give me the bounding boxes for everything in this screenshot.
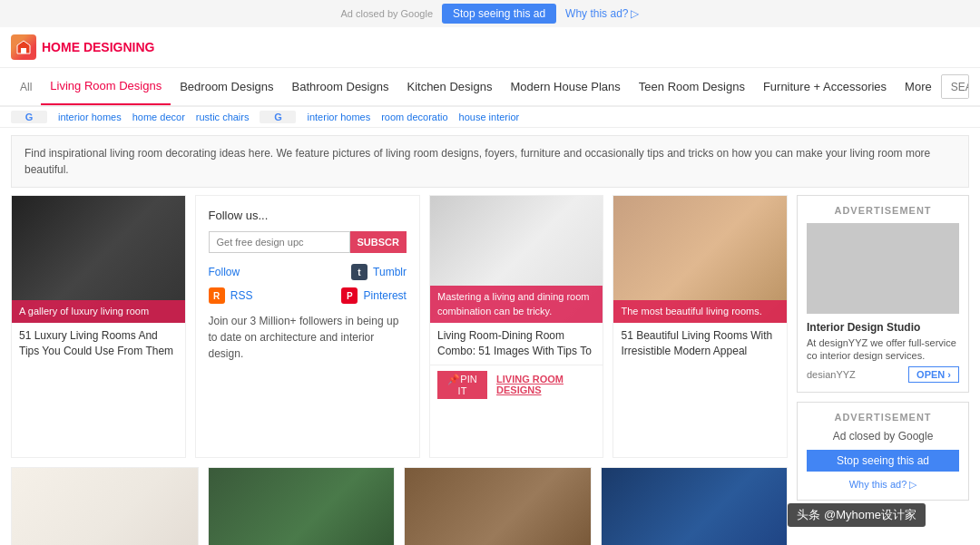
- ad-closed-bar: Ad closed by Google Stop seeing this ad …: [0, 0, 980, 27]
- sub-nav-interior-2[interactable]: interior homes: [307, 112, 370, 122]
- card-green-image: Green living rooms are modern,: [209, 468, 395, 545]
- card-wall-tv-image: The wall mounted flat screen TV: [405, 468, 591, 545]
- subscribe-input[interactable]: [209, 231, 350, 253]
- nav-living-room[interactable]: Living Room Designs: [41, 68, 171, 105]
- nav-modern-house[interactable]: Modern House Plans: [501, 69, 629, 104]
- follow-label: Follow: [209, 266, 240, 278]
- ad-label-1: ADVERTISEMENT: [807, 205, 959, 216]
- follow-title: Follow us...: [209, 209, 407, 222]
- card-luxury-overlay: A gallery of luxury living room: [12, 300, 185, 323]
- header: HOME DESIGNING: [0, 27, 980, 68]
- nav-furniture[interactable]: Furniture + Accessories: [754, 69, 896, 104]
- nav-teen-room[interactable]: Teen Room Designs: [630, 69, 754, 104]
- follow-card: Follow us... SUBSCR Follow t Tumblr R RS…: [195, 195, 420, 458]
- sub-nav-rustic[interactable]: rustic chairs: [196, 112, 250, 122]
- ad-card-1: ADVERTISEMENT Interior Design Studio At …: [797, 195, 969, 393]
- social-follow: Follow t Tumblr: [209, 264, 407, 280]
- ad-content-1: Interior Design Studio At designYYZ we o…: [807, 321, 959, 383]
- main-content: A gallery of luxury living room 51 Luxur…: [0, 195, 980, 545]
- card-green[interactable]: Green living rooms are modern, Green Liv…: [208, 467, 396, 545]
- card-beautiful-overlay: The most beautiful living rooms.: [613, 300, 787, 323]
- page-description: Find inspirational living room decoratin…: [11, 135, 969, 188]
- tumblr-icon: t: [351, 264, 368, 280]
- google-badge-2: G: [260, 111, 296, 123]
- ad-label-2: ADVERTISEMENT: [807, 412, 959, 423]
- ad-info-1: Interior Design Studio At designYYZ we o…: [807, 321, 959, 383]
- card-curated[interactable]: A curated collection of the best A Curat…: [11, 467, 199, 545]
- card-curated-image: A curated collection of the best: [12, 468, 198, 545]
- nav-bedroom[interactable]: Bedroom Designs: [171, 69, 282, 104]
- sub-nav-room-deco[interactable]: room decoratio: [381, 112, 447, 122]
- card-wall-tv[interactable]: The wall mounted flat screen TV 50 Ideas…: [404, 467, 592, 545]
- subscribe-row: SUBSCR: [209, 231, 407, 253]
- sub-nav-homedecor[interactable]: home decor: [132, 112, 185, 122]
- ad-domain-1: desianYYZ: [807, 369, 856, 380]
- tumblr-link[interactable]: t Tumblr: [351, 264, 407, 280]
- card-luxury[interactable]: A gallery of luxury living room 51 Luxur…: [11, 195, 186, 458]
- sub-nav: G interior homes home decor rustic chair…: [0, 107, 980, 128]
- card-dining[interactable]: Mastering a living and dining room combi…: [429, 195, 604, 458]
- card-beautiful-image: The most beautiful living rooms.: [613, 196, 787, 323]
- pin-bar: 📌PIN IT LIVING ROOM DESIGNS: [430, 365, 603, 404]
- search-input[interactable]: [942, 76, 969, 98]
- search-bar: 🔍: [941, 74, 969, 99]
- nav-bathroom[interactable]: Bathroom Designs: [283, 69, 398, 104]
- rss-icon: R: [209, 287, 225, 304]
- follow-description: Join our 3 Million+ followers in being u…: [209, 313, 407, 362]
- sidebar: ADVERTISEMENT Interior Design Studio At …: [797, 195, 969, 545]
- card-blue[interactable]: Jump into our world 30 Blue Living Rooms…: [601, 467, 789, 545]
- ad-closed-text: Ad closed by Google: [341, 8, 434, 19]
- svg-rect-1: [21, 48, 26, 54]
- logo-icon: [11, 34, 36, 60]
- pinterest-link[interactable]: P Pinterest: [341, 287, 407, 304]
- card-luxury-title: 51 Luxury Living Rooms And Tips You Coul…: [12, 323, 185, 365]
- card-blue-image: Jump into our world: [602, 468, 788, 545]
- google-badge-1: G: [11, 111, 47, 123]
- ad-desc-1: At designYYZ we offer full-service co in…: [807, 336, 959, 363]
- main-nav: All Living Room Designs Bedroom Designs …: [0, 68, 980, 107]
- card-beautiful[interactable]: The most beautiful living rooms. 51 Beau…: [612, 195, 788, 458]
- rss-link[interactable]: R RSS: [209, 287, 253, 304]
- stop-ad-button[interactable]: Stop seeing this ad: [442, 4, 556, 24]
- sub-nav-house-interior[interactable]: house interior: [459, 112, 520, 122]
- ad-closed-text-2: Ad closed by Google: [807, 430, 959, 443]
- ad-open-button[interactable]: OPEN ›: [908, 366, 959, 383]
- living-room-link[interactable]: LIVING ROOM DESIGNS: [496, 374, 595, 395]
- card-beautiful-title: 51 Beautiful Living Rooms With Irresisti…: [613, 323, 787, 365]
- social-rss: R RSS P Pinterest: [209, 287, 407, 304]
- logo-text: HOME DESIGNING: [42, 40, 154, 54]
- subscribe-button[interactable]: SUBSCR: [350, 231, 407, 253]
- nav-all[interactable]: All: [11, 70, 41, 104]
- nav-more[interactable]: More: [896, 69, 941, 104]
- stop-seeing-button[interactable]: Stop seeing this ad: [807, 450, 959, 472]
- card-luxury-image: A gallery of luxury living room: [12, 196, 185, 323]
- card-dining-overlay: Mastering a living and dining room combi…: [430, 286, 603, 323]
- pin-button[interactable]: 📌PIN IT: [437, 371, 487, 399]
- card-dining-title: Living Room-Dining Room Combo: 51 Images…: [430, 323, 603, 365]
- ad-card-2: ADVERTISEMENT Ad closed by Google Stop s…: [797, 402, 969, 501]
- why-this-ad-link[interactable]: Why this ad? ▷: [849, 479, 917, 490]
- card-dining-image: Mastering a living and dining room combi…: [430, 196, 603, 323]
- ad-title-1: Interior Design Studio: [807, 321, 959, 334]
- logo[interactable]: HOME DESIGNING: [11, 34, 154, 60]
- nav-kitchen[interactable]: Kitchen Designs: [397, 69, 501, 104]
- pinterest-icon: P: [341, 287, 358, 304]
- ad-image-1: [807, 223, 959, 314]
- why-ad-link[interactable]: Why this ad? ▷: [565, 7, 639, 20]
- sub-nav-interior-1[interactable]: interior homes: [58, 112, 122, 122]
